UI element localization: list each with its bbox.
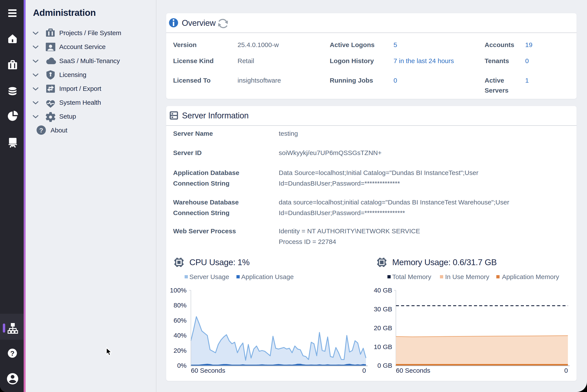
svg-text:?: ? [39, 126, 43, 134]
svg-text:?: ? [10, 350, 15, 357]
